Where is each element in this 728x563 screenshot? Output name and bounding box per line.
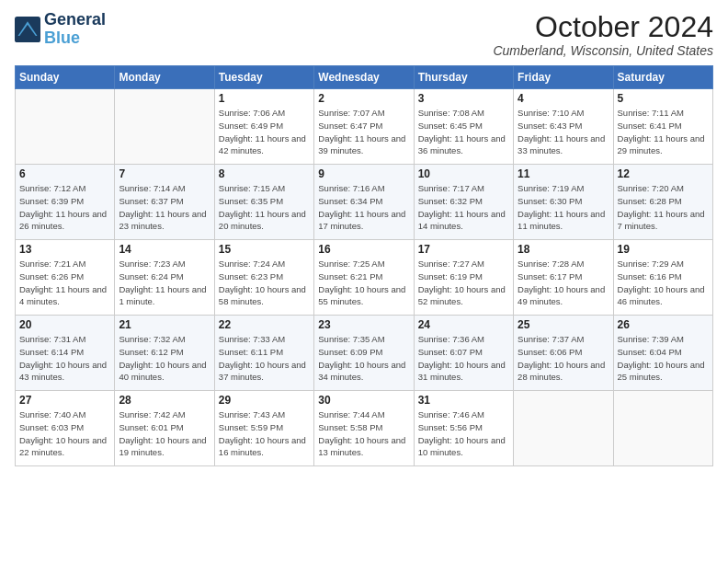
weekday-header-cell: Wednesday [314, 66, 414, 89]
day-info: Sunrise: 7:23 AM Sunset: 6:24 PM Dayligh… [119, 258, 210, 308]
calendar-table: SundayMondayTuesdayWednesdayThursdayFrid… [15, 65, 713, 466]
calendar-cell: 6Sunrise: 7:12 AM Sunset: 6:39 PM Daylig… [16, 165, 115, 240]
day-info: Sunrise: 7:36 AM Sunset: 6:07 PM Dayligh… [418, 333, 509, 384]
calendar-cell: 7Sunrise: 7:14 AM Sunset: 6:37 PM Daylig… [115, 165, 214, 240]
day-number: 9 [318, 167, 409, 180]
calendar-cell: 16Sunrise: 7:25 AM Sunset: 6:21 PM Dayli… [314, 240, 414, 316]
calendar-week-row: 20Sunrise: 7:31 AM Sunset: 6:14 PM Dayli… [16, 316, 713, 391]
calendar-cell: 17Sunrise: 7:27 AM Sunset: 6:19 PM Dayli… [414, 240, 513, 316]
calendar-cell: 5Sunrise: 7:11 AM Sunset: 6:41 PM Daylig… [613, 89, 712, 165]
day-number: 6 [19, 167, 110, 180]
calendar-cell [115, 89, 214, 165]
day-number: 26 [618, 318, 709, 331]
calendar-cell: 3Sunrise: 7:08 AM Sunset: 6:45 PM Daylig… [414, 89, 513, 165]
calendar-cell: 26Sunrise: 7:39 AM Sunset: 6:04 PM Dayli… [613, 316, 712, 391]
calendar-cell: 4Sunrise: 7:10 AM Sunset: 6:43 PM Daylig… [514, 89, 613, 165]
logo-icon [15, 17, 40, 42]
day-info: Sunrise: 7:21 AM Sunset: 6:26 PM Dayligh… [19, 258, 110, 308]
day-info: Sunrise: 7:35 AM Sunset: 6:09 PM Dayligh… [318, 333, 409, 384]
day-number: 24 [418, 318, 509, 331]
calendar-cell: 8Sunrise: 7:15 AM Sunset: 6:35 PM Daylig… [214, 165, 313, 240]
calendar-cell: 15Sunrise: 7:24 AM Sunset: 6:23 PM Dayli… [214, 240, 313, 316]
calendar-cell: 21Sunrise: 7:32 AM Sunset: 6:12 PM Dayli… [115, 316, 214, 391]
day-info: Sunrise: 7:20 AM Sunset: 6:28 PM Dayligh… [618, 182, 709, 233]
weekday-header-cell: Thursday [414, 66, 513, 89]
day-info: Sunrise: 7:46 AM Sunset: 5:56 PM Dayligh… [418, 408, 509, 459]
calendar-cell: 20Sunrise: 7:31 AM Sunset: 6:14 PM Dayli… [16, 316, 115, 391]
day-info: Sunrise: 7:39 AM Sunset: 6:04 PM Dayligh… [618, 333, 709, 384]
calendar-cell: 1Sunrise: 7:06 AM Sunset: 6:49 PM Daylig… [214, 89, 313, 165]
calendar-cell: 29Sunrise: 7:43 AM Sunset: 5:59 PM Dayli… [214, 391, 313, 466]
day-number: 20 [19, 318, 110, 331]
day-info: Sunrise: 7:06 AM Sunset: 6:49 PM Dayligh… [219, 107, 310, 157]
day-info: Sunrise: 7:44 AM Sunset: 5:58 PM Dayligh… [318, 408, 409, 459]
calendar-week-row: 27Sunrise: 7:40 AM Sunset: 6:03 PM Dayli… [16, 391, 713, 466]
weekday-header-cell: Saturday [613, 66, 712, 89]
weekday-header-cell: Sunday [16, 66, 115, 89]
day-number: 14 [119, 243, 210, 256]
title-block: October 2024 Cumberland, Wisconsin, Unit… [493, 11, 713, 58]
calendar-cell: 11Sunrise: 7:19 AM Sunset: 6:30 PM Dayli… [514, 165, 613, 240]
calendar-cell: 9Sunrise: 7:16 AM Sunset: 6:34 PM Daylig… [314, 165, 414, 240]
day-info: Sunrise: 7:29 AM Sunset: 6:16 PM Dayligh… [618, 258, 709, 308]
day-number: 28 [119, 394, 210, 407]
location: Cumberland, Wisconsin, United States [493, 43, 713, 58]
weekday-header-cell: Tuesday [214, 66, 313, 89]
day-info: Sunrise: 7:17 AM Sunset: 6:32 PM Dayligh… [418, 182, 509, 233]
calendar-week-row: 13Sunrise: 7:21 AM Sunset: 6:26 PM Dayli… [16, 240, 713, 316]
weekday-header-cell: Monday [115, 66, 214, 89]
day-number: 10 [418, 167, 509, 180]
calendar-cell [16, 89, 115, 165]
day-info: Sunrise: 7:24 AM Sunset: 6:23 PM Dayligh… [219, 258, 310, 308]
page: General Blue October 2024 Cumberland, Wi… [0, 0, 728, 563]
calendar-week-row: 6Sunrise: 7:12 AM Sunset: 6:39 PM Daylig… [16, 165, 713, 240]
calendar-cell [613, 391, 712, 466]
calendar-cell: 14Sunrise: 7:23 AM Sunset: 6:24 PM Dayli… [115, 240, 214, 316]
day-info: Sunrise: 7:16 AM Sunset: 6:34 PM Dayligh… [318, 182, 409, 233]
calendar-cell: 12Sunrise: 7:20 AM Sunset: 6:28 PM Dayli… [613, 165, 712, 240]
calendar-cell [514, 391, 613, 466]
day-number: 7 [119, 167, 210, 180]
day-info: Sunrise: 7:25 AM Sunset: 6:21 PM Dayligh… [318, 258, 409, 308]
calendar-cell: 10Sunrise: 7:17 AM Sunset: 6:32 PM Dayli… [414, 165, 513, 240]
day-number: 25 [518, 318, 609, 331]
logo-text: General Blue [44, 11, 106, 48]
day-number: 12 [618, 167, 709, 180]
calendar-cell: 31Sunrise: 7:46 AM Sunset: 5:56 PM Dayli… [414, 391, 513, 466]
day-info: Sunrise: 7:19 AM Sunset: 6:30 PM Dayligh… [518, 182, 609, 233]
day-number: 16 [318, 243, 409, 256]
day-number: 2 [318, 92, 409, 105]
day-info: Sunrise: 7:42 AM Sunset: 6:01 PM Dayligh… [119, 408, 210, 459]
day-info: Sunrise: 7:11 AM Sunset: 6:41 PM Dayligh… [618, 107, 709, 157]
calendar-cell: 30Sunrise: 7:44 AM Sunset: 5:58 PM Dayli… [314, 391, 414, 466]
day-number: 3 [418, 92, 509, 105]
day-info: Sunrise: 7:07 AM Sunset: 6:47 PM Dayligh… [318, 107, 409, 157]
day-info: Sunrise: 7:43 AM Sunset: 5:59 PM Dayligh… [219, 408, 310, 459]
day-number: 19 [618, 243, 709, 256]
day-number: 15 [219, 243, 310, 256]
day-number: 29 [219, 394, 310, 407]
day-info: Sunrise: 7:27 AM Sunset: 6:19 PM Dayligh… [418, 258, 509, 308]
day-number: 22 [219, 318, 310, 331]
calendar-cell: 25Sunrise: 7:37 AM Sunset: 6:06 PM Dayli… [514, 316, 613, 391]
calendar-cell: 22Sunrise: 7:33 AM Sunset: 6:11 PM Dayli… [214, 316, 313, 391]
day-info: Sunrise: 7:32 AM Sunset: 6:12 PM Dayligh… [119, 333, 210, 384]
day-number: 4 [518, 92, 609, 105]
calendar-cell: 24Sunrise: 7:36 AM Sunset: 6:07 PM Dayli… [414, 316, 513, 391]
day-info: Sunrise: 7:28 AM Sunset: 6:17 PM Dayligh… [518, 258, 609, 308]
calendar-cell: 19Sunrise: 7:29 AM Sunset: 6:16 PM Dayli… [613, 240, 712, 316]
day-info: Sunrise: 7:08 AM Sunset: 6:45 PM Dayligh… [418, 107, 509, 157]
day-number: 8 [219, 167, 310, 180]
day-number: 5 [618, 92, 709, 105]
header: General Blue October 2024 Cumberland, Wi… [15, 11, 713, 58]
day-number: 23 [318, 318, 409, 331]
day-info: Sunrise: 7:14 AM Sunset: 6:37 PM Dayligh… [119, 182, 210, 233]
day-info: Sunrise: 7:40 AM Sunset: 6:03 PM Dayligh… [19, 408, 110, 459]
day-number: 31 [418, 394, 509, 407]
month-title: October 2024 [493, 11, 713, 43]
calendar-cell: 23Sunrise: 7:35 AM Sunset: 6:09 PM Dayli… [314, 316, 414, 391]
day-number: 1 [219, 92, 310, 105]
day-number: 17 [418, 243, 509, 256]
weekday-header-row: SundayMondayTuesdayWednesdayThursdayFrid… [16, 66, 713, 89]
day-info: Sunrise: 7:31 AM Sunset: 6:14 PM Dayligh… [19, 333, 110, 384]
